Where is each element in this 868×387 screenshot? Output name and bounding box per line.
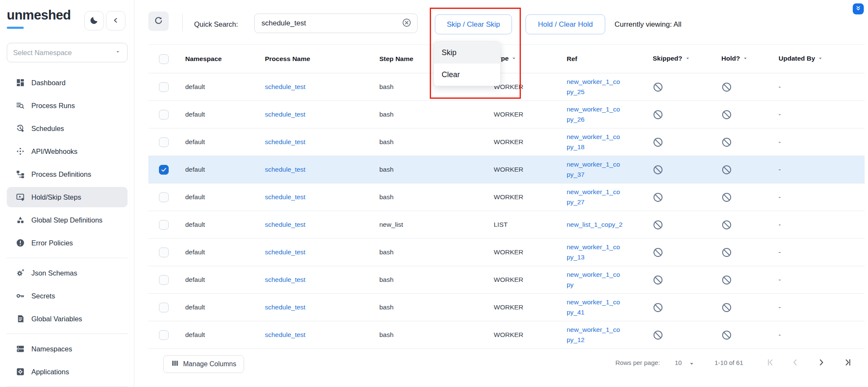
last-page-button[interactable] <box>839 354 856 371</box>
sidebar-item-hold-skip-steps[interactable]: Hold/Skip Steps <box>7 187 128 207</box>
column-header-label: Step Name <box>379 55 413 62</box>
process-name-link[interactable]: schedule_test <box>265 221 306 228</box>
blocked-icon <box>721 330 763 340</box>
ref-link[interactable]: new_worker_1_copy_26 <box>567 104 623 125</box>
column-header-hold-[interactable]: Hold? <box>706 45 763 73</box>
row-checkbox-cell <box>148 266 170 294</box>
ref-link[interactable]: new_worker_1_copy_25 <box>567 77 623 97</box>
refresh-icon <box>153 16 164 27</box>
sort-caret-icon[interactable] <box>511 55 517 63</box>
sidebar-item-global-variables[interactable]: Global Variables <box>0 307 134 330</box>
table-header-row: NamespaceProcess NameStep NameTypeRefSki… <box>148 45 865 73</box>
sort-caret-icon[interactable] <box>817 55 823 63</box>
sidebar-item-error-policies[interactable]: Error Policies <box>0 231 134 254</box>
row-checkbox[interactable] <box>159 248 169 257</box>
ref-link[interactable]: new_worker_1_copy_18 <box>567 132 623 152</box>
row-checkbox[interactable] <box>159 165 169 175</box>
row-checkbox[interactable] <box>159 303 169 312</box>
updated-by-cell: - <box>763 239 865 266</box>
column-header-updated-by[interactable]: Updated By <box>763 45 865 73</box>
sort-caret-icon[interactable] <box>684 55 691 63</box>
process-name-link[interactable]: schedule_test <box>265 248 306 256</box>
table-row: defaultschedule_testbashWORKERnew_worker… <box>148 266 865 294</box>
blocked-icon <box>721 220 763 230</box>
namespace-cell: default <box>170 294 249 321</box>
next-page-icon <box>816 357 826 369</box>
process-name-link[interactable]: schedule_test <box>265 193 306 200</box>
ref-link[interactable]: new_worker_1_copy_12 <box>567 325 623 345</box>
sidebar-item-global-step-definitions[interactable]: Global Step Definitions <box>0 209 134 231</box>
sort-caret-icon[interactable] <box>742 55 748 63</box>
chevron-left-icon <box>111 16 120 26</box>
clear-search-button[interactable] <box>401 18 412 29</box>
process-name-link[interactable]: schedule_test <box>265 276 306 283</box>
row-checkbox[interactable] <box>159 110 169 120</box>
global-step-definitions-icon <box>15 215 25 225</box>
column-header-skipped-[interactable]: Skipped? <box>637 45 706 73</box>
row-checkbox[interactable] <box>159 275 169 285</box>
sidebar-item-process-definitions[interactable]: Process Definitions <box>0 163 134 186</box>
blocked-icon <box>653 330 706 340</box>
row-checkbox[interactable] <box>159 82 169 92</box>
sidebar-item-secrets[interactable]: Secrets <box>0 284 134 307</box>
sidebar-item-process-runs[interactable]: Process Runs <box>0 94 134 117</box>
process-name-link[interactable]: schedule_test <box>265 83 306 90</box>
ref-link[interactable]: new_worker_1_copy_27 <box>567 187 623 207</box>
first-page-button[interactable] <box>762 354 779 371</box>
manage-columns-button[interactable]: Manage Columns <box>163 355 244 373</box>
step-name-cell: bash <box>364 184 478 211</box>
hold-cell <box>706 128 763 156</box>
blocked-icon <box>653 192 706 203</box>
rows-per-page-caret-icon[interactable] <box>688 360 696 369</box>
dropdown-item-clear[interactable]: Clear <box>434 64 500 86</box>
row-checkbox[interactable] <box>159 220 169 230</box>
process-name-link[interactable]: schedule_test <box>265 138 306 145</box>
select-all-checkbox[interactable] <box>159 54 169 64</box>
moon-icon <box>89 16 99 26</box>
namespace-select[interactable]: Select Namespace <box>7 43 128 62</box>
sidebar-item-schedules[interactable]: Schedules <box>0 117 134 140</box>
process-name-link[interactable]: schedule_test <box>265 166 306 173</box>
row-checkbox[interactable] <box>159 330 169 340</box>
clear-search-icon <box>402 18 412 29</box>
ref-link[interactable]: new_worker_1_copy_41 <box>567 297 623 317</box>
next-page-button[interactable] <box>813 354 830 371</box>
rows-per-page-value[interactable]: 10 <box>675 359 682 366</box>
sidebar-item-json-schemas[interactable]: Json Schemas <box>0 262 134 284</box>
hold-cell <box>706 266 763 294</box>
process-name-link[interactable]: schedule_test <box>265 303 306 311</box>
ref-link[interactable]: new_worker_1_copy_37 <box>567 159 623 180</box>
quick-search-input[interactable] <box>262 19 401 28</box>
skipped-cell <box>637 266 706 294</box>
scroll-down-badge-button[interactable] <box>853 3 864 14</box>
collapse-sidebar-button[interactable] <box>106 11 125 31</box>
process-name-link[interactable]: schedule_test <box>265 111 306 118</box>
hold-clear-hold-button[interactable]: Hold / Clear Hold <box>526 14 605 34</box>
row-checkbox[interactable] <box>159 137 169 147</box>
previous-page-button[interactable] <box>787 354 804 371</box>
sidebar-item-dashboard[interactable]: Dashboard <box>0 71 134 94</box>
schedules-icon <box>15 123 25 134</box>
row-checkbox-cell <box>148 321 170 349</box>
ref-cell: new_worker_1_copy_25 <box>551 73 637 101</box>
previous-page-icon <box>790 357 800 369</box>
refresh-button[interactable] <box>148 11 169 31</box>
sidebar-item-namespaces[interactable]: Namespaces <box>0 337 134 360</box>
namespace-cell: default <box>170 266 249 294</box>
row-checkbox[interactable] <box>159 192 169 202</box>
dropdown-item-skip[interactable]: Skip <box>434 42 500 64</box>
column-header-label: Ref <box>567 55 577 62</box>
ref-link[interactable]: new_worker_1_copy <box>567 270 623 290</box>
namespace-cell: default <box>170 128 249 156</box>
dark-mode-toggle[interactable] <box>84 11 104 31</box>
ref-link[interactable]: new_list_1_copy_2 <box>567 220 623 230</box>
skip-clear-skip-button[interactable]: Skip / Clear Skip <box>435 14 512 34</box>
row-checkbox-cell <box>148 294 170 321</box>
column-header-label: Skipped? <box>653 55 682 62</box>
ref-link[interactable]: new_worker_1_copy_13 <box>567 242 623 262</box>
sidebar-item-applications[interactable]: Applications <box>0 360 134 383</box>
blocked-icon <box>721 109 763 120</box>
ref-cell: new_worker_1_copy_13 <box>551 239 637 266</box>
process-name-link[interactable]: schedule_test <box>265 331 306 338</box>
sidebar-item-api-webhooks[interactable]: API/Webhooks <box>0 140 134 163</box>
